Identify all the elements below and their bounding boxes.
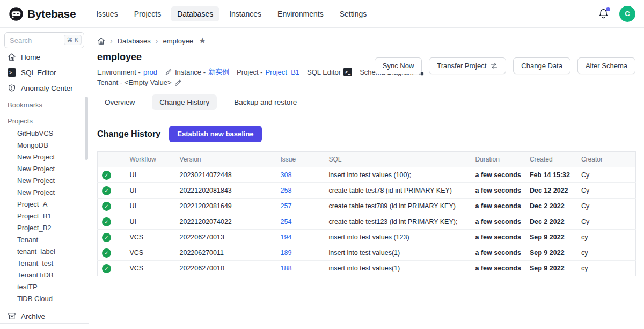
cell-workflow: VCS (126, 261, 175, 276)
cell-version: 20221202081843 (175, 183, 276, 199)
sidebar-project-testtp[interactable]: testTP (4, 281, 84, 293)
archive-icon (8, 312, 16, 320)
sidebar-project-tenant-test[interactable]: Tenant_test (4, 258, 84, 269)
notifications-button[interactable] (598, 8, 610, 20)
sidebar-item-archive[interactable]: Archive (4, 309, 84, 323)
issue-link[interactable]: 258 (281, 187, 292, 194)
sql-editor-label: SQL Editor (307, 68, 341, 76)
history-row: ✓UI20221202074022254create table test123… (98, 214, 636, 230)
nav-item-instances[interactable]: Instances (223, 6, 268, 21)
sidebar-project-tidb-cloud[interactable]: TiDB Cloud (4, 293, 84, 305)
change-history-table: WorkflowVersionIssueSQLDurationCreatedCr… (97, 151, 636, 276)
meta-sql-editor[interactable]: SQL Editor >_ (307, 68, 352, 76)
cell-sql: insert into test values (100); (325, 167, 471, 183)
breadcrumb-current: employee (163, 37, 193, 45)
cell-workflow: UI (126, 199, 175, 214)
transfer-project-button[interactable]: Transfer Project (429, 57, 506, 74)
cell-duration: a few seconds (471, 245, 525, 261)
cell-version: 20221202074022 (175, 214, 276, 230)
cell-issue: 254 (276, 214, 325, 230)
tab-overview[interactable]: Overview (97, 94, 142, 110)
nav-item-settings[interactable]: Settings (333, 6, 374, 21)
nav-item-issues[interactable]: Issues (90, 6, 124, 21)
alter-schema-button[interactable]: Alter Schema (577, 57, 635, 74)
sidebar-item-sql-editor[interactable]: >_ SQL Editor (4, 65, 84, 79)
issue-link[interactable]: 254 (281, 218, 292, 225)
button-label: Transfer Project (437, 62, 486, 70)
sidebar-project-tenanttidb[interactable]: TenantTiDB (4, 269, 84, 281)
sidebar-project-mongodb[interactable]: MongoDB (4, 140, 84, 151)
issue-link[interactable]: 308 (281, 171, 292, 179)
cell-creator: cy (577, 261, 636, 276)
breadcrumb-home-icon[interactable] (97, 37, 105, 45)
sidebar-project-project-b1[interactable]: Project_B1 (4, 210, 84, 222)
environment-link[interactable]: prod (143, 68, 157, 76)
edit-pencil-icon[interactable] (174, 79, 182, 86)
tab-change-history[interactable]: Change History (152, 94, 217, 110)
meta-tenant: Tenant - <Empty Value> (97, 78, 182, 86)
sidebar-project-new-project[interactable]: New Project (4, 151, 84, 163)
nav-item-projects[interactable]: Projects (128, 6, 168, 21)
cell-duration: a few seconds (471, 230, 525, 245)
nav-item-databases[interactable]: Databases (171, 6, 219, 21)
home-icon (8, 53, 16, 61)
sidebar-project-tenant-label[interactable]: tenant_label (4, 246, 84, 258)
cell-workflow: UI (126, 183, 175, 199)
avatar[interactable]: C (619, 6, 635, 22)
project-list: GitHubVCSMongoDBNew ProjectNew ProjectNe… (4, 128, 84, 305)
sidebar: ⌘ K Home >_ SQL Editor Anomaly Center Bo… (0, 28, 89, 329)
notification-dot (606, 7, 610, 11)
sidebar-project-new-project[interactable]: New Project (4, 163, 84, 175)
cell-created: Dec 2 2022 (525, 199, 577, 214)
history-table-body: ✓UI20230214072448308insert into test val… (98, 167, 636, 276)
column-header-issue: Issue (276, 152, 325, 167)
project-link[interactable]: Project_B1 (265, 68, 299, 76)
history-row: ✓VCS202206270010188insert into test valu… (98, 261, 636, 276)
issue-link[interactable]: 194 (281, 233, 292, 241)
issue-link[interactable]: 257 (281, 202, 292, 210)
cell-workflow: VCS (126, 245, 175, 261)
cell-created: Dec 2 2022 (525, 214, 577, 230)
sidebar-project-tenant[interactable]: Tenant (4, 234, 84, 246)
instance-label: Instance - (175, 68, 206, 76)
history-table-head-row: WorkflowVersionIssueSQLDurationCreatedCr… (98, 152, 636, 167)
tenant-label: Tenant - <Empty Value> (97, 78, 172, 86)
success-status-icon: ✓ (102, 233, 111, 242)
meta-environment: Environment - prod (97, 68, 157, 76)
cell-created: Sep 9 2022 (525, 230, 577, 245)
cell-workflow: UI (126, 214, 175, 230)
issue-link[interactable]: 188 (281, 265, 292, 272)
cell-created: Feb 14 15:32 (525, 167, 577, 183)
plan-label: Enterprise Plan (0, 323, 89, 329)
column-header-version: Version (175, 152, 276, 167)
nav-item-environments[interactable]: Environments (271, 6, 330, 21)
instance-link[interactable]: 新实例 (208, 67, 229, 77)
cell-version: 202206270011 (175, 245, 276, 261)
tab-bar: OverviewChange HistoryBackup and restore (97, 94, 644, 110)
sidebar-section-projects: Projects (4, 115, 84, 127)
change-data-button[interactable]: Change Data (513, 57, 570, 74)
brand-name: Bytebase (27, 8, 76, 20)
issue-link[interactable]: 189 (281, 249, 292, 257)
cell-sql: create table test123 (id int PRIMARY KEY… (325, 214, 471, 230)
establish-baseline-button[interactable]: Establish new baseline (169, 126, 261, 142)
success-status-icon: ✓ (102, 186, 111, 195)
sidebar-project-new-project[interactable]: New Project (4, 175, 84, 187)
sidebar-project-project-b2[interactable]: Project_B2 (4, 222, 84, 234)
breadcrumb: › Databases › employee ★ (89, 28, 644, 45)
sidebar-item-anomaly-center[interactable]: Anomaly Center (4, 81, 84, 95)
brand[interactable]: Bytebase (9, 6, 76, 21)
bookmark-star-icon[interactable]: ★ (199, 36, 206, 45)
sidebar-scrollbar[interactable] (85, 97, 88, 160)
cell-duration: a few seconds (471, 214, 525, 230)
sidebar-item-home[interactable]: Home (4, 50, 84, 64)
sync-now-button[interactable]: Sync Now (375, 57, 422, 74)
sidebar-project-project-a[interactable]: Project_A (4, 199, 84, 210)
button-label: Sync Now (383, 62, 414, 70)
cell-version: 20221202081649 (175, 199, 276, 214)
sidebar-project-new-project[interactable]: New Project (4, 187, 84, 199)
tab-backup-and-restore[interactable]: Backup and restore (226, 94, 304, 110)
breadcrumb-databases[interactable]: Databases (118, 37, 151, 45)
sidebar-project-githubvcs[interactable]: GitHubVCS (4, 128, 84, 140)
sidebar-item-label: SQL Editor (21, 69, 56, 77)
